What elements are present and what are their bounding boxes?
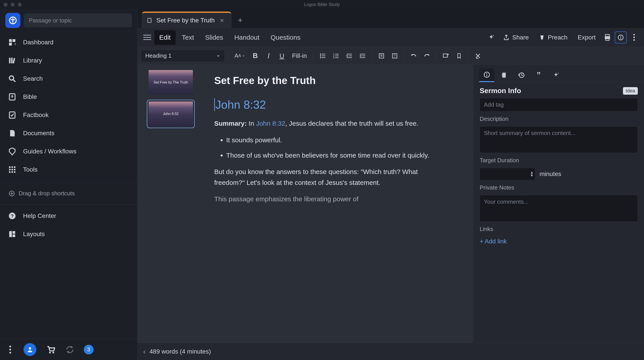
stepper-arrows-icon: ▲▼ [530,171,534,177]
mode-text[interactable]: Text [177,30,199,45]
duration-stepper[interactable]: ▲▼ [480,168,535,180]
nav-label: Factbook [23,111,48,119]
document-toolbar: Edit Text Slides Handout Questions Share… [138,28,644,47]
word-count: 489 words (4 minutes) [150,348,211,355]
kebab-icon [633,34,635,41]
bullet-list-button[interactable] [316,50,329,62]
status-bar: ‹ 489 words (4 minutes) [138,343,644,360]
insert-question-button[interactable]: ? [388,50,401,62]
traffic-minimize-icon[interactable] [11,3,15,7]
search-icon [8,74,17,83]
nav-layouts[interactable]: Layouts [0,225,137,241]
numbered-list-button[interactable]: 123 [330,50,342,62]
tab-close-button[interactable]: × [219,17,225,24]
export-button[interactable]: Export [573,32,600,43]
dashboard-icon: + [8,38,17,47]
sync-button[interactable] [65,345,74,354]
fillin-button[interactable]: Fill-in [289,52,310,59]
nav-factbook[interactable]: Factbook [0,106,137,124]
logos-home-button[interactable] [5,13,20,28]
guides-icon [8,147,17,156]
font-size-button[interactable]: AA [231,50,248,62]
print-button[interactable] [602,31,614,43]
svg-marker-16 [9,148,15,155]
add-slide-button[interactable] [440,50,452,62]
description-input[interactable] [480,126,638,153]
document-tab[interactable]: Set Free by the Truth × [142,11,231,28]
svg-text:?: ? [11,213,14,219]
nav-label: Search [23,75,43,82]
redo-button[interactable] [421,50,433,62]
slide-thumbnail[interactable]: Set Free by The Truth [148,70,193,95]
outdent-button[interactable] [343,50,356,62]
clear-formatting-button[interactable] [472,50,484,62]
underline-button[interactable]: U [276,50,288,62]
info-panel-toggle[interactable] [615,31,627,43]
inspector-tab-outline[interactable] [496,68,512,82]
nav-library[interactable]: Library [0,51,137,70]
svg-point-35 [49,352,51,353]
notification-badge[interactable]: 3 [84,345,94,355]
summary-paragraph: Summary: In John 8:32, Jesus declares th… [214,118,436,129]
tag-input[interactable] [480,98,638,111]
inspector-tab-info[interactable] [479,68,494,82]
status-back-button[interactable]: ‹ [143,348,146,355]
sermon-editor[interactable]: Set Free by the Truth John 8:32 Summary:… [204,65,473,343]
preach-button[interactable]: Preach [534,32,572,43]
outline-icon [501,71,508,79]
panel-menu-button[interactable] [142,33,153,42]
bookmark-button[interactable] [453,50,465,62]
toolbar-more-button[interactable] [628,31,640,43]
inspector-tab-ai[interactable] [548,68,564,82]
info-icon [618,34,624,41]
window-titlebar: Logos Bible Study [0,0,644,9]
cart-button[interactable] [46,345,56,355]
nav-label: Dashboard [23,39,54,46]
private-notes-input[interactable] [480,195,638,222]
search-input[interactable] [24,13,132,27]
nav-tools[interactable]: Tools [0,160,137,179]
mode-slides[interactable]: Slides [200,30,228,45]
svg-rect-8 [11,58,12,63]
account-avatar[interactable] [24,343,36,356]
logos-icon [8,16,17,25]
ai-sparkle-button[interactable] [485,31,497,43]
more-menu-button[interactable] [6,346,14,354]
body-paragraph: But do you know the answers to these que… [214,166,436,188]
share-button[interactable]: Share [498,32,533,43]
passage-link[interactable]: John 8:32 [256,120,285,127]
nav-bible[interactable]: Bible [0,88,137,106]
passage-heading: John 8:32 [214,98,458,111]
idea-button[interactable]: Idea [623,87,638,95]
nav-dashboard[interactable]: + Dashboard [0,33,137,51]
indent-button[interactable] [356,50,369,62]
inspector-tab-quotes[interactable]: ” [531,68,546,82]
tab-add-button[interactable]: ＋ [234,13,247,26]
content-row: Set Free by The Truth John 8:32 Set Free… [138,65,644,343]
slide-thumbnail[interactable]: John 8:32 [148,101,193,126]
insert-block-button[interactable] [375,50,388,62]
add-link-button[interactable]: + Add link [480,238,638,245]
svg-rect-9 [13,58,15,64]
paragraph-style-select[interactable]: Heading 1 [140,50,225,62]
mode-handout[interactable]: Handout [229,30,264,45]
nav-guides[interactable]: Guides / Workflows [0,142,137,160]
traffic-zoom-icon[interactable] [18,3,22,7]
person-icon [26,346,34,353]
nav-documents[interactable]: Documents [0,124,137,142]
tools-icon [8,165,17,174]
mode-questions[interactable]: Questions [266,30,305,45]
mode-edit[interactable]: Edit [154,30,176,45]
inspector-tab-history[interactable] [514,68,529,82]
svg-rect-48 [322,55,325,56]
traffic-close-icon[interactable] [4,3,8,7]
export-label: Export [578,34,596,41]
undo-button[interactable] [408,50,420,62]
bold-button[interactable]: B [249,50,262,62]
nav-help-center[interactable]: ? Help Center [0,207,137,225]
italic-button[interactable]: I [262,50,275,62]
private-notes-label: Private Notes [480,184,638,191]
drag-drop-hint[interactable]: Drag & drop shortcuts [0,185,137,202]
nav-search[interactable]: Search [0,70,137,88]
info-icon [483,71,490,78]
